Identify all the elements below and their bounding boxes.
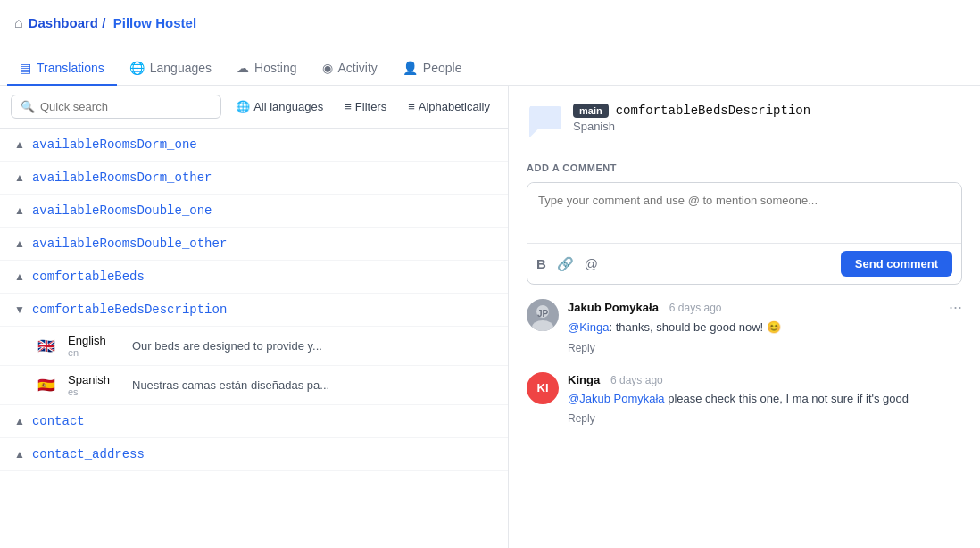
- search-input[interactable]: [40, 100, 212, 113]
- comment-kinga: KI Kinga 6 days ago @Jakub Pomykała plea…: [527, 372, 962, 426]
- right-panel: main comfortableBedsDescription Spanish …: [509, 86, 980, 548]
- group-comfortableBeds[interactable]: ▲ comfortableBeds: [0, 261, 508, 294]
- svg-point-1: [532, 320, 553, 331]
- lang-rows-comfortableBedsDescription: 🇬🇧 English en Our beds are designed to p…: [0, 327, 508, 405]
- translation-list: ▲ availableRoomsDorm_one ▲ availableRoom…: [0, 129, 508, 548]
- tab-people[interactable]: 👤 People: [390, 52, 475, 86]
- reply-kinga[interactable]: Reply: [568, 412, 595, 425]
- lang-info-spanish: Spanish es: [68, 373, 121, 397]
- mention-icon[interactable]: @: [585, 256, 598, 271]
- comment-box: B 🔗 @ Send comment: [527, 182, 962, 285]
- group-contact-address[interactable]: ▲ contact_address: [0, 438, 508, 471]
- reply-jakub[interactable]: Reply: [568, 342, 595, 354]
- group-label: availableRoomsDouble_one: [32, 203, 212, 218]
- lang-info-english: English en: [68, 334, 121, 358]
- group-label: contact: [32, 414, 85, 428]
- tab-translations[interactable]: ▤ Translations: [7, 52, 117, 86]
- comment-time-jakub: 6 days ago: [669, 302, 722, 314]
- chevron-icon: ▲: [14, 204, 25, 217]
- comment-author-info: Jakub Pomykała 6 days ago: [568, 300, 722, 314]
- comment-author-jakub: Jakub Pomykała: [568, 301, 659, 314]
- main-badge: main: [573, 104, 609, 118]
- group-label: availableRoomsDouble_other: [32, 237, 227, 251]
- svg-text:JP: JP: [537, 309, 549, 319]
- group-availableRoomsDorm-one[interactable]: ▲ availableRoomsDorm_one: [0, 129, 508, 162]
- people-icon: 👤: [403, 61, 418, 75]
- comment-meta: main comfortableBedsDescription Spanish: [573, 104, 810, 133]
- filters-button[interactable]: ≡ Filters: [337, 96, 394, 117]
- chevron-icon: ▲: [14, 415, 25, 428]
- tab-activity[interactable]: ◉ Activity: [310, 52, 390, 86]
- group-comfortableBedsDescription[interactable]: ▼ comfortableBedsDescription: [0, 294, 508, 327]
- comment-text-jakub-rest: : thanks, should be good now! 😊: [609, 320, 780, 334]
- avatar-jakub: JP: [527, 299, 559, 331]
- tab-people-label: People: [423, 61, 462, 75]
- chevron-icon: ▲: [14, 448, 25, 461]
- tab-languages-label: Languages: [150, 61, 212, 75]
- comment-panel-header: main comfortableBedsDescription Spanish: [527, 104, 962, 145]
- lang-code-spanish: es: [68, 386, 121, 397]
- chevron-icon: ▼: [14, 303, 25, 316]
- group-label: availableRoomsDorm_one: [32, 137, 197, 152]
- chevron-icon: ▲: [14, 171, 25, 184]
- search-bar: 🔍 🌐 All languages ≡ Filters ≡ Alphabetic…: [0, 86, 508, 129]
- comment-more-menu-jakub[interactable]: ···: [949, 299, 962, 315]
- comment-textarea[interactable]: [527, 183, 961, 240]
- tab-bar: ▤ Translations 🌐 Languages ☁ Hosting ◉ A…: [0, 46, 980, 86]
- group-label: comfortableBeds: [32, 270, 145, 284]
- tab-activity-label: Activity: [338, 61, 378, 75]
- all-languages-label: All languages: [253, 100, 323, 113]
- lang-row-english[interactable]: 🇬🇧 English en Our beds are designed to p…: [0, 327, 508, 366]
- comment-author-row-kinga: Kinga 6 days ago: [568, 372, 962, 386]
- home-icon[interactable]: ⌂: [14, 15, 23, 31]
- alphabetically-button[interactable]: ≡ Alphabetically: [401, 96, 497, 117]
- activity-icon: ◉: [322, 61, 333, 75]
- header: ⌂ Dashboard / Pillow Hostel: [0, 0, 980, 46]
- sort-icon: ≡: [408, 100, 415, 113]
- breadcrumb: Dashboard / Pillow Hostel: [29, 15, 196, 30]
- group-availableRoomsDorm-other[interactable]: ▲ availableRoomsDorm_other: [0, 162, 508, 195]
- add-comment-label: ADD A COMMENT: [527, 162, 962, 173]
- add-comment-section: ADD A COMMENT B 🔗 @ Send comment: [527, 162, 962, 299]
- tab-languages[interactable]: 🌐 Languages: [117, 52, 224, 86]
- group-availableRoomsDouble-other[interactable]: ▲ availableRoomsDouble_other: [0, 228, 508, 261]
- comment-jakub: JP Jakub Pomykała 6 days ago ··· @Kinga:…: [527, 299, 962, 354]
- tab-translations-label: Translations: [37, 61, 104, 75]
- comment-body-kinga: Kinga 6 days ago @Jakub Pomykała please …: [568, 372, 962, 426]
- all-languages-button[interactable]: 🌐 All languages: [228, 96, 330, 117]
- bold-icon[interactable]: B: [536, 256, 546, 271]
- hosting-icon: ☁: [237, 61, 249, 75]
- key-name: comfortableBedsDescription: [616, 104, 810, 118]
- link-icon[interactable]: 🔗: [557, 256, 574, 272]
- comment-time-kinga: 6 days ago: [610, 374, 663, 386]
- main-content: 🔍 🌐 All languages ≡ Filters ≡ Alphabetic…: [0, 86, 980, 548]
- filters-label: Filters: [355, 100, 386, 113]
- mention-jakub: @Jakub Pomykała: [568, 392, 665, 405]
- lang-name-spanish: Spanish: [68, 373, 121, 386]
- lang-text-english: Our beds are designed to provide y...: [132, 339, 436, 353]
- search-input-wrap[interactable]: 🔍: [11, 95, 221, 119]
- send-comment-button[interactable]: Send comment: [841, 251, 952, 277]
- lang-code-english: en: [68, 347, 121, 358]
- tab-hosting[interactable]: ☁ Hosting: [224, 52, 309, 86]
- tab-hosting-label: Hosting: [254, 61, 296, 75]
- flag-english: 🇬🇧: [36, 338, 57, 354]
- group-availableRoomsDouble-one[interactable]: ▲ availableRoomsDouble_one: [0, 195, 508, 228]
- flag-spanish: 🇪🇸: [36, 378, 57, 394]
- globe-icon: 🌐: [236, 100, 250, 113]
- translations-icon: ▤: [20, 61, 31, 75]
- comment-text-jakub: @Kinga: thanks, should be good now! 😊: [568, 319, 962, 336]
- comment-meta-top: main comfortableBedsDescription: [573, 104, 810, 118]
- group-label: contact_address: [32, 447, 145, 461]
- lang-row-spanish[interactable]: 🇪🇸 Spanish es Nuestras camas están diseñ…: [0, 366, 508, 405]
- language-tag: Spanish: [573, 120, 810, 133]
- comment-author-info-kinga: Kinga 6 days ago: [568, 372, 663, 386]
- group-label: availableRoomsDorm_other: [32, 170, 212, 185]
- comment-author-kinga: Kinga: [568, 373, 600, 386]
- group-contact[interactable]: ▲ contact: [0, 405, 508, 438]
- chevron-icon: ▲: [14, 138, 25, 151]
- lang-text-spanish: Nuestras camas están diseñadas pa...: [132, 378, 436, 392]
- breadcrumb-hostel[interactable]: Pillow Hostel: [113, 15, 196, 30]
- comment-text-kinga: @Jakub Pomykała please check this one, I…: [568, 390, 962, 408]
- comment-text-kinga-rest: please check this one, I ma not sure if …: [665, 392, 909, 405]
